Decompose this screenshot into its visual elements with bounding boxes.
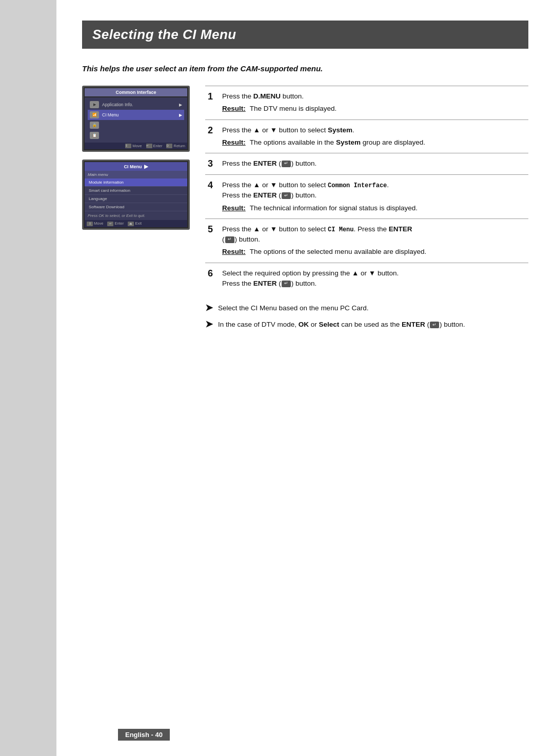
common-interface-screen: Common Interface ▶ Application Info. ▶ 📶…: [82, 86, 190, 152]
screen1-item2-label: CI Menu: [102, 112, 118, 117]
screen1-row1: ▶ Application Info. ▶: [88, 100, 184, 110]
step-2-row: 2 Press the ▲ or ▼ button to select Syst…: [205, 120, 528, 153]
screenshots-col: Common Interface ▶ Application Info. ▶ 📶…: [82, 86, 190, 330]
screen1-body: ▶ Application Info. ▶ 📶 CI Menu ▶ 🔒: [85, 97, 187, 143]
step-1-dmenu: D.MENU: [253, 92, 281, 100]
ci-item-4: Software Download: [85, 203, 187, 211]
step-4-enter-label: ENTER: [253, 191, 277, 199]
step-4-result-text: The technical information for signal sta…: [250, 203, 418, 213]
step-4-content: Press the ▲ or ▼ button to select Common…: [220, 175, 528, 219]
step-4-enter-icon: [282, 192, 291, 199]
page-subtitle: This helps the user select an item from …: [82, 64, 528, 73]
step-6-num: 6: [205, 263, 220, 294]
step-2-main: Press the ▲ or ▼ button to select System…: [222, 125, 526, 135]
step-5-num: 5: [205, 218, 220, 263]
ci-item-2: Smart card information: [85, 187, 187, 195]
content-area: Selecting the CI Menu This helps the use…: [56, 0, 554, 756]
screen2-footer-move: ⇕ Move: [87, 221, 103, 226]
step-5-enter-label: ENTER: [389, 225, 412, 233]
step-6-content: Select the required option by pressing t…: [220, 263, 528, 294]
screen1-item1-label: Application Info.: [102, 102, 133, 107]
step-6-enter-label: ENTER: [253, 280, 277, 287]
step-5-result-text: The options of the selected menu availab…: [250, 247, 426, 257]
screen2-title-bar: CI Menu ▶: [85, 162, 187, 171]
step-5-ci-menu: CI Menu: [328, 226, 353, 233]
page: Selecting the CI Menu This helps the use…: [0, 0, 554, 756]
step-5-result-label: Result:: [222, 247, 246, 257]
step-4-ci: Common Interface: [328, 182, 387, 189]
tip-2-text: In the case of DTV mode, OK or Select ca…: [218, 320, 528, 330]
screen2-body: Main menu Module information Smart card …: [85, 171, 187, 220]
page-title-box: Selecting the CI Menu: [82, 21, 528, 49]
screen2-footer: ⇕ Move ↵ Enter ⏏ Exit: [85, 220, 187, 227]
step-1-num: 1: [205, 86, 220, 120]
tip-2-row: ➤ In the case of DTV mode, OK or Select …: [205, 320, 528, 330]
step-1-main: Press the D.MENU button.: [222, 91, 526, 102]
step-5-row: 5 Press the ▲ or ▼ button to select CI M…: [205, 218, 528, 263]
tip-1-arrow-icon: ➤: [205, 302, 213, 313]
screen1-footer-enter: ↵ Enter: [146, 144, 163, 148]
screen1-footer-move: ⇕ Move: [125, 144, 142, 148]
screen1-row4: 📋: [88, 130, 184, 141]
step-1-row: 1 Press the D.MENU button. Result: The D…: [205, 86, 528, 120]
step-5-main: Press the ▲ or ▼ button to select CI Men…: [222, 224, 526, 245]
step-4-main: Press the ▲ or ▼ button to select Common…: [222, 180, 526, 201]
step-1-content: Press the D.MENU button. Result: The DTV…: [220, 86, 528, 120]
page-title: Selecting the CI Menu: [92, 27, 518, 43]
icon2: 📶: [90, 111, 99, 118]
tip-2-ok: OK: [299, 321, 309, 328]
tip-1-text: Select the CI Menu based on the menu PC …: [218, 303, 528, 313]
screen2-title-arrow: ▶: [144, 164, 148, 169]
step-3-main: Press the ENTER () button.: [222, 158, 526, 169]
screen2-title: CI Menu: [124, 164, 142, 169]
step-2-result-text: The options available in the System grou…: [250, 137, 425, 148]
ci-item-3: Language: [85, 195, 187, 203]
tip-2-select: Select: [319, 321, 340, 328]
tip-1-row: ➤ Select the CI Menu based on the menu P…: [205, 303, 528, 313]
step-6-row: 6 Select the required option by pressing…: [205, 263, 528, 294]
main-layout: Common Interface ▶ Application Info. ▶ 📶…: [82, 86, 528, 330]
step-2-result-row: Result: The options available in the Sys…: [222, 137, 526, 148]
screen1-footer-return: D Return: [166, 144, 185, 148]
step-5-enter-icon: [225, 236, 234, 243]
screen1-title: Common Interface: [85, 88, 187, 96]
left-sidebar: [0, 0, 56, 756]
step-4-row: 4 Press the ▲ or ▼ button to select Comm…: [205, 175, 528, 219]
step-2-result-label: Result:: [222, 137, 246, 148]
step-3-content: Press the ENTER () button.: [220, 153, 528, 175]
step-1-result-label: Result:: [222, 104, 246, 114]
tips-container: ➤ Select the CI Menu based on the menu P…: [205, 303, 528, 330]
page-footer: English - 40: [118, 729, 170, 741]
step-4-result-row: Result: The technical information for si…: [222, 203, 526, 213]
steps-table: 1 Press the D.MENU button. Result: The D…: [205, 86, 528, 294]
ci-menu-screen: CI Menu ▶ Main menu Module information S…: [82, 160, 190, 230]
screen1-item2-arrow: ▶: [179, 113, 182, 117]
icon3: 🔒: [90, 122, 99, 129]
ci-item-1: Module information: [85, 178, 187, 187]
icon4: 📋: [90, 132, 99, 139]
step-3-row: 3 Press the ENTER () button.: [205, 153, 528, 175]
icon1: ▶: [90, 101, 99, 108]
tip-2-enter-label: ENTER: [402, 321, 425, 328]
tip-2-enter-icon: [430, 322, 439, 328]
step-1-result-text: The DTV menu is displayed.: [250, 104, 337, 114]
step-5-result-row: Result: The options of the selected menu…: [222, 247, 526, 257]
step-3-num: 3: [205, 153, 220, 175]
step-1-result-row: Result: The DTV menu is displayed.: [222, 104, 526, 114]
screen1-row2: 📶 CI Menu ▶: [88, 110, 184, 120]
step-5-content: Press the ▲ or ▼ button to select CI Men…: [220, 218, 528, 263]
tip-2-arrow-icon: ➤: [205, 319, 213, 330]
screen1-footer: ⇕ Move ↵ Enter D Return: [85, 143, 187, 149]
step-2-content: Press the ▲ or ▼ button to select System…: [220, 120, 528, 153]
step-6-enter-icon: [282, 281, 291, 287]
step-3-enter-icon: [282, 161, 291, 167]
step-4-result-label: Result:: [222, 203, 246, 213]
step-4-num: 4: [205, 175, 220, 219]
instructions-col: 1 Press the D.MENU button. Result: The D…: [205, 86, 528, 330]
step-2-num: 2: [205, 120, 220, 153]
step-2-system: System: [328, 126, 352, 134]
screen1-item1-arrow: ▶: [179, 103, 182, 107]
screen1-row3: 🔒: [88, 120, 184, 130]
screen2-footer-exit: ⏏ Exit: [128, 221, 142, 226]
step-6-main: Select the required option by pressing t…: [222, 268, 526, 289]
